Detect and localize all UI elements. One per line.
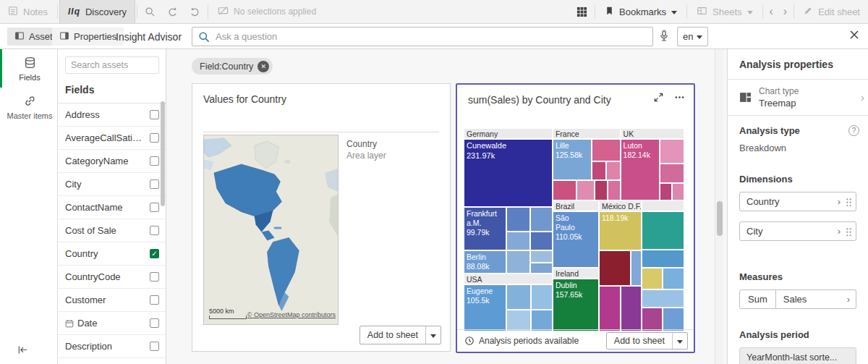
filter-chip[interactable]: Field:Country ✕ (192, 58, 273, 75)
map-card[interactable]: Values for Country (192, 83, 451, 352)
close-icon[interactable] (849, 30, 859, 42)
collapse-panel-icon[interactable] (17, 345, 28, 357)
treemap-cell[interactable] (642, 268, 663, 289)
notes-button[interactable]: Notes (0, 0, 56, 23)
add-to-sheet-dropdown[interactable] (425, 326, 441, 344)
treemap-cell[interactable] (576, 180, 595, 200)
field-row-customer[interactable]: Customer (58, 289, 166, 312)
treemap-cell[interactable] (530, 207, 553, 232)
treemap-cell[interactable] (530, 232, 553, 250)
field-checkbox[interactable] (150, 133, 159, 143)
dimension-item-city[interactable]: City › (739, 221, 856, 241)
help-icon[interactable]: ? (848, 125, 859, 136)
treemap-cell[interactable] (506, 310, 531, 331)
sidebar-tab-fields[interactable]: Fields (0, 49, 57, 88)
field-row-description[interactable]: Description (58, 335, 166, 358)
treemap-cell[interactable] (663, 268, 684, 289)
treemap-cell-eugene[interactable]: Eugene 105.5k (464, 284, 506, 331)
chevron-right-icon[interactable]: › (838, 226, 841, 237)
treemap-cell[interactable] (608, 180, 621, 200)
field-row-contactname[interactable]: ContactName (58, 196, 166, 219)
treemap-group-header[interactable]: Germany (464, 128, 553, 139)
treemap-cell[interactable] (506, 207, 530, 232)
add-to-sheet-button[interactable]: Add to sheet (359, 326, 441, 344)
treemap-cell[interactable] (672, 183, 684, 200)
treemap-group-header[interactable]: UK (621, 128, 684, 139)
add-to-sheet-dropdown[interactable] (672, 333, 687, 349)
treemap-cell[interactable] (660, 164, 684, 183)
mic-icon[interactable] (658, 30, 670, 44)
treemap-cell-sao-paulo[interactable]: São Paulo 110.05k (553, 211, 599, 268)
field-checkbox[interactable] (150, 179, 159, 189)
ask-question-input[interactable] (216, 31, 647, 42)
more-options-icon[interactable] (674, 92, 685, 105)
treemap-cell[interactable] (599, 286, 621, 331)
treemap-cell-berlin[interactable]: Berlin 88.08k (464, 250, 506, 274)
field-row-countrycode[interactable]: CountryCode (58, 266, 166, 289)
treemap-cell-mexico-df[interactable]: 118.19k (599, 211, 642, 250)
properties-button[interactable]: Properties (52, 27, 124, 46)
treemap-cell[interactable] (599, 250, 631, 286)
add-to-sheet-button[interactable]: Add to sheet (606, 332, 688, 350)
analysis-period-item[interactable]: YearMonth-last sorte... (739, 347, 856, 364)
treemap-group-header[interactable]: Ireland (553, 268, 599, 279)
drag-handle[interactable] (845, 227, 851, 236)
discovery-tab[interactable]: IIq Discovery (59, 0, 135, 23)
field-checkbox[interactable] (150, 226, 159, 235)
treemap-cell[interactable] (663, 308, 684, 331)
field-checkbox[interactable] (150, 156, 159, 166)
treemap-cell[interactable] (531, 310, 553, 331)
treemap-group-header[interactable]: México D.F. (599, 200, 642, 211)
treemap-cell[interactable] (506, 250, 530, 274)
search-assets-input[interactable] (65, 56, 159, 74)
expand-icon[interactable] (653, 92, 664, 105)
measure-item-sales[interactable]: Sum Sales › (739, 289, 856, 309)
map-attribution[interactable]: © OpenStreetMap contributors (247, 311, 336, 318)
treemap-group-header[interactable] (642, 200, 684, 211)
treemap-cell[interactable] (553, 180, 577, 200)
chevron-right-icon[interactable]: › (847, 294, 850, 305)
main-scrollbar[interactable] (715, 49, 723, 364)
treemap-group-header[interactable]: France (553, 128, 621, 139)
treemap-cell[interactable] (621, 286, 641, 331)
field-checkbox[interactable] (150, 295, 159, 305)
next-sheet-button[interactable]: › (778, 0, 792, 23)
treemap-card[interactable]: sum(Sales) by Country and City Germany F… (456, 83, 695, 353)
scrollbar-thumb[interactable] (717, 201, 723, 236)
field-row-cost-of-sale[interactable]: Cost of Sale (58, 219, 166, 242)
remove-filter-icon[interactable]: ✕ (258, 61, 269, 72)
sidebar-tab-master-items[interactable]: Master items (0, 88, 57, 126)
treemap-cell[interactable] (506, 232, 530, 250)
field-row-city[interactable]: City (58, 173, 166, 196)
treemap-cell[interactable] (506, 284, 531, 310)
treemap-group-header[interactable]: USA (464, 274, 553, 284)
field-row-address[interactable]: Address (58, 103, 166, 127)
treemap-cell[interactable] (592, 139, 621, 161)
treemap-cell-luton[interactable]: Luton 182.14k (621, 139, 660, 200)
treemap-cell[interactable] (660, 139, 684, 164)
step-forward-icon[interactable] (184, 0, 206, 23)
treemap-cell[interactable] (606, 161, 621, 180)
ask-question-searchbox[interactable] (192, 27, 653, 46)
drag-handle[interactable] (845, 197, 851, 206)
field-checkbox-checked[interactable] (150, 249, 159, 258)
measure-aggregation[interactable]: Sum (739, 289, 776, 309)
chevron-right-icon[interactable]: › (838, 196, 841, 207)
field-row-categoryname[interactable]: CategoryName (58, 150, 166, 173)
dimension-item-country[interactable]: Country › (739, 192, 856, 211)
step-back-icon[interactable] (161, 0, 184, 23)
field-row-country[interactable]: Country (58, 242, 166, 266)
sheets-button[interactable]: Sheets (689, 0, 760, 23)
chevron-right-icon[interactable]: › (859, 91, 867, 103)
field-checkbox[interactable] (150, 110, 159, 119)
treemap-cell[interactable] (531, 284, 553, 310)
treemap-cell[interactable] (595, 180, 607, 200)
field-checkbox[interactable] (150, 272, 159, 282)
treemap-cell-dublin[interactable]: Dublin 157.65k (553, 279, 599, 331)
treemap-group-header[interactable]: Brazil (553, 200, 599, 211)
field-checkbox[interactable] (150, 203, 159, 212)
chart-type-row[interactable]: Chart type Treemap › (728, 80, 868, 115)
treemap-cell[interactable] (642, 250, 684, 268)
treemap-cell[interactable] (660, 183, 672, 200)
treemap-cell[interactable] (642, 308, 663, 331)
